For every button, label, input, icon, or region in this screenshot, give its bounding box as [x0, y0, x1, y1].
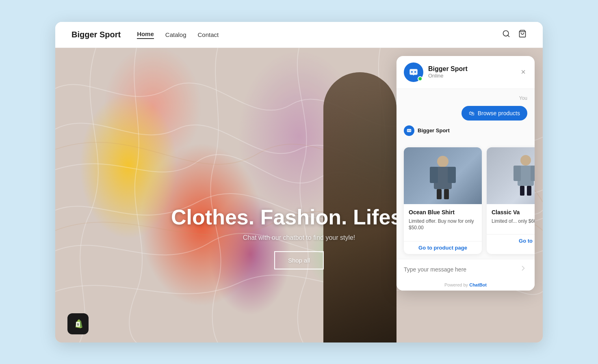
you-label: You — [404, 95, 527, 101]
svg-rect-15 — [437, 189, 442, 199]
product-desc-2: Limited of... only $60.0... — [492, 218, 535, 225]
product-desc-1: Limited offer. Buy now for only $50.00 — [409, 218, 477, 232]
svg-rect-20 — [531, 166, 535, 181]
bot-avatar-small — [404, 125, 414, 136]
browser-window: Bigger Sport Home Catalog Contact — [55, 22, 543, 342]
product-info-1: Ocean Blue Shirt Limited offer. Buy now … — [404, 204, 482, 241]
chat-body: You 🛍 Browse products — [396, 89, 535, 142]
chatbot-status: Online — [428, 73, 514, 79]
svg-line-1 — [508, 35, 509, 37]
product-card-2: › Classic Va Limited of... only $60.0...… — [487, 147, 535, 254]
online-indicator — [418, 76, 422, 81]
product-image-2: › — [487, 147, 535, 204]
nav-home[interactable]: Home — [137, 30, 154, 39]
svg-point-11 — [437, 156, 448, 167]
svg-text:S: S — [77, 323, 79, 326]
product-info-2: Classic Va Limited of... only $60.0... — [487, 204, 535, 235]
products-scroll: Ocean Blue Shirt Limited offer. Buy now … — [396, 142, 535, 259]
nav-contact[interactable]: Contact — [198, 31, 219, 38]
shopify-badge: S — [67, 313, 89, 334]
browse-label: Browse products — [478, 110, 520, 116]
product-card-1: Ocean Blue Shirt Limited offer. Buy now … — [404, 147, 482, 254]
footer-text: Powered by — [444, 282, 469, 287]
svg-rect-19 — [514, 166, 521, 181]
cart-icon[interactable] — [518, 30, 526, 40]
nav-catalog[interactable]: Catalog — [165, 31, 186, 38]
search-icon[interactable] — [502, 30, 510, 40]
bot-name-label: Bigger Sport — [418, 127, 450, 134]
svg-rect-16 — [444, 189, 449, 199]
svg-point-6 — [411, 71, 413, 73]
chatbot-avatar — [404, 62, 423, 82]
footer-link[interactable]: ChatBot — [469, 282, 487, 287]
shop-all-button[interactable]: Shop all — [274, 251, 324, 269]
svg-point-9 — [408, 130, 409, 131]
svg-rect-14 — [448, 167, 456, 183]
navbar: Bigger Sport Home Catalog Contact — [55, 22, 543, 48]
hero-section: Clothes. Fashion. Lifestyl Chat with our… — [55, 48, 543, 342]
nav-links: Home Catalog Contact — [137, 30, 219, 39]
chatbot-avatar-icon — [408, 67, 419, 78]
svg-rect-22 — [527, 186, 531, 196]
brand-name: Bigger Sport — [72, 30, 121, 39]
svg-rect-8 — [407, 129, 412, 132]
navbar-icons — [502, 30, 526, 40]
chatbot-header-info: Bigger Sport Online — [428, 65, 514, 79]
main-content: Clothes. Fashion. Lifestyl Chat with our… — [55, 48, 543, 342]
browse-icon: 🛍 — [469, 110, 474, 116]
svg-point-17 — [520, 155, 531, 166]
browse-products-button[interactable]: 🛍 Browse products — [462, 106, 527, 121]
close-button[interactable]: × — [519, 66, 527, 78]
product-title-1: Ocean Blue Shirt — [409, 209, 477, 215]
product-title-2: Classic Va — [492, 209, 535, 215]
chat-input[interactable] — [404, 266, 516, 273]
product-image-1 — [404, 147, 482, 204]
svg-rect-21 — [520, 186, 524, 196]
svg-rect-5 — [410, 69, 418, 75]
send-button[interactable] — [519, 264, 527, 274]
bot-name-row: Bigger Sport — [404, 125, 527, 136]
chatbot-name: Bigger Sport — [428, 65, 514, 73]
product-link-2[interactable]: Go to — [487, 234, 535, 247]
svg-rect-13 — [430, 167, 438, 183]
chat-input-area — [396, 259, 535, 279]
svg-point-7 — [414, 71, 416, 73]
user-message: 🛍 Browse products — [404, 106, 527, 121]
svg-point-10 — [410, 130, 410, 131]
product-link-1[interactable]: Go to product page — [404, 241, 482, 254]
chatbot-footer: Powered by ChatBot — [396, 279, 535, 291]
chatbot-header: Bigger Sport Online × — [396, 56, 535, 89]
chatbot-panel: Bigger Sport Online × You 🛍 Browse produ… — [396, 56, 535, 291]
